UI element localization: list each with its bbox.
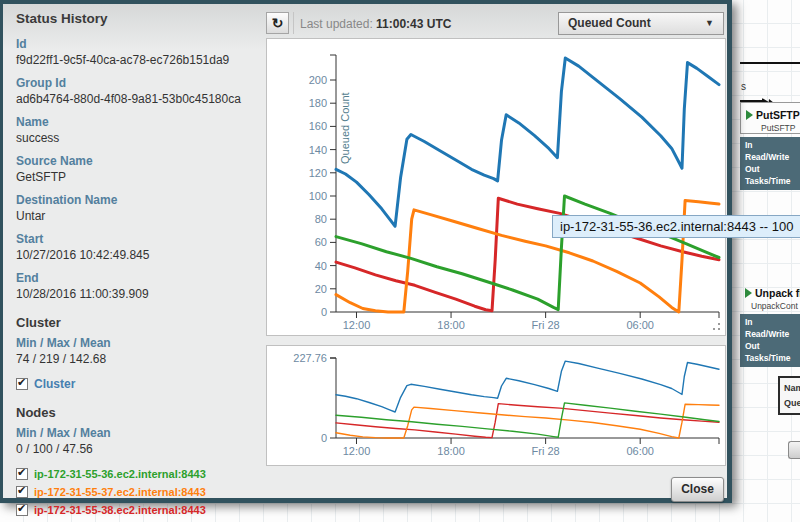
metric-dropdown-value: Queued Count [568,16,651,30]
queued-count-chart[interactable]: 12:0018:00Fri 2806:000204060801001201401… [267,39,725,335]
running-icon [745,288,752,298]
metric-dropdown[interactable]: Queued Count ▼ [558,12,724,35]
processor-type: UnpackCont [740,301,800,311]
svg-text:Fri 28: Fri 28 [532,445,560,457]
refresh-button[interactable]: ↻ [266,12,289,34]
node-checkbox[interactable] [16,468,28,480]
connection-label-fragment: s [741,81,746,92]
node-label: ip-172-31-55-36.ec2.internal:8443 [34,468,206,480]
field-value: Untar [16,209,261,223]
svg-text:80: 80 [315,213,327,225]
canvas-button-fragment [788,441,800,459]
cluster-stats-label: Min / Max / Mean [16,336,261,350]
processor-stats: In Read/Write Out Tasks/Time [740,137,800,190]
processor-putsftp[interactable]: PutSFTP PutSFTP In Read/Write Out Tasks/… [740,102,800,190]
svg-text:Fri 28: Fri 28 [532,319,560,331]
close-button[interactable]: Close [671,477,724,502]
svg-text:0: 0 [321,432,327,444]
svg-text:60: 60 [315,236,327,248]
node-checkbox-row[interactable]: ip-172-31-55-38.ec2.internal:8443 [16,502,261,517]
svg-text:18:00: 18:00 [437,445,465,457]
processor-stats: In Read/Write Out Tasks/Time [740,314,800,367]
field-label: Start [16,232,261,246]
chevron-down-icon: ▼ [705,13,714,34]
svg-text:Queued Count: Queued Count [339,92,351,164]
svg-text:100: 100 [309,190,327,202]
svg-text:18:00: 18:00 [437,319,465,331]
toolbar-divider [293,12,294,34]
svg-text:200: 200 [309,74,327,86]
field-value: f9d22ff1-9c5f-40ca-ac78-ec726b151da9 [16,53,261,67]
status-history-sidebar: Id f9d22ff1-9c5f-40ca-ac78-ec726b151da9 … [16,28,261,517]
svg-text:12:00: 12:00 [343,319,371,331]
cluster-checkbox[interactable] [16,378,28,390]
svg-text:40: 40 [315,260,327,272]
processor-type: PutSFTP [741,123,800,133]
node-checkbox-row[interactable]: ip-172-31-55-37.ec2.internal:8443 [16,484,261,499]
svg-text:140: 140 [309,144,327,156]
node-checkbox[interactable] [16,504,28,516]
chart-tooltip: ip-172-31-55-36.ec2.internal:8443 -- 100 [552,215,800,238]
field-value: GetSFTP [16,170,261,184]
overview-chart-panel: 12:0018:00Fri 2806:00227.760 [266,345,726,466]
field-label: Name [16,115,261,129]
node-checkbox-row[interactable]: ip-172-31-55-36.ec2.internal:8443 [16,466,261,481]
last-updated-text: Last updated: 11:00:43 UTC [300,17,451,31]
node-label: ip-172-31-55-37.ec2.internal:8443 [34,486,206,498]
field-label: Destination Name [16,193,261,207]
field-label: End [16,271,261,285]
field-label: Group Id [16,76,261,90]
svg-text:20: 20 [315,283,327,295]
field-value: ad6b4764-880d-4f08-9a81-53b0c45180ca [16,92,261,106]
dialog-title: Status History [16,11,108,26]
svg-text:06:00: 06:00 [626,445,654,457]
field-label: Source Name [16,154,261,168]
processor-title: Unpack fl [755,287,800,299]
processor-unpack[interactable]: Unpack fl UnpackCont In Read/Write Out T… [740,281,800,367]
svg-text:12:00: 12:00 [343,445,371,457]
resize-handle-icon[interactable] [718,328,720,330]
cluster-checkbox-row[interactable]: Cluster [16,376,261,391]
nodes-stats-label: Min / Max / Mean [16,426,261,440]
svg-text:120: 120 [309,167,327,179]
running-icon [746,110,753,120]
processor-title: PutSFTP [756,109,800,121]
svg-text:160: 160 [309,120,327,132]
node-checkbox[interactable] [16,486,28,498]
overview-chart[interactable]: 12:0018:00Fri 2806:00227.760 [267,346,725,465]
status-history-dialog: Status History Id f9d22ff1-9c5f-40ca-ac7… [0,0,732,503]
node-label: ip-172-31-55-38.ec2.internal:8443 [34,504,206,516]
svg-text:227.76: 227.76 [293,352,327,364]
connection-name-queue-box: Nam Que [778,376,800,415]
connection-line-top [740,62,800,64]
svg-text:0: 0 [321,306,327,318]
cluster-heading: Cluster [16,315,261,330]
refresh-icon: ↻ [272,15,284,31]
field-value: 10/28/2016 11:00:39.909 [16,287,261,301]
nodes-heading: Nodes [16,405,261,420]
svg-text:180: 180 [309,97,327,109]
cluster-checkbox-label: Cluster [34,377,75,391]
main-chart-panel: 12:0018:00Fri 2806:000204060801001201401… [266,38,726,336]
cluster-stats-value: 74 / 219 / 142.68 [16,352,261,366]
field-label: Id [16,37,261,51]
svg-text:06:00: 06:00 [626,319,654,331]
nodes-stats-value: 0 / 100 / 47.56 [16,442,261,456]
field-value: 10/27/2016 10:42:49.845 [16,248,261,262]
last-updated-value: 11:00:43 UTC [376,17,451,31]
field-value: success [16,131,261,145]
